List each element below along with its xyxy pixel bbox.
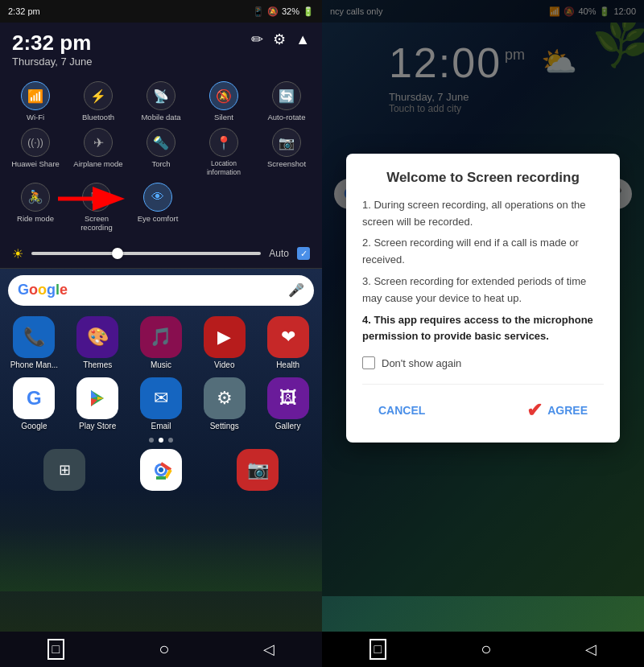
huaweishare-label: Huawei Share <box>11 159 60 168</box>
google-logo: Google <box>18 282 68 299</box>
dont-show-again-checkbox[interactable] <box>362 356 375 369</box>
dialog-box: Welcome to Screen recording 1. During sc… <box>346 154 620 443</box>
settings-app-icon: ⚙ <box>204 377 246 419</box>
music-label: Music <box>151 360 171 369</box>
bluetooth-label: Bluetooth <box>82 113 114 121</box>
dialog-overlay: Welcome to Screen recording 1. During sc… <box>322 0 644 596</box>
dialog-item-2: 2. Screen recording will end if a call i… <box>362 235 604 269</box>
mic-icon[interactable]: 🎤 <box>288 282 304 298</box>
toggle-screenshot[interactable]: 📷 Screenshot <box>259 128 314 175</box>
nav-bar-right: □ ○ ◁ <box>322 632 644 667</box>
dont-show-again-label: Don't show again <box>382 357 461 369</box>
themes-label: Themes <box>83 360 112 369</box>
nav-triangle-right[interactable]: ◁ <box>585 640 597 658</box>
app-health[interactable]: ❤ Health <box>261 316 316 369</box>
app-gallery[interactable]: 🖼 Gallery <box>261 377 316 430</box>
app-playstore[interactable]: Play Store <box>70 377 125 430</box>
svg-point-8 <box>159 467 163 472</box>
phoneman-label: Phone Man... <box>10 360 58 369</box>
google-search-bar[interactable]: Google 🎤 <box>8 275 314 306</box>
toggle-eyecomfort[interactable]: 👁 Eye comfort <box>130 183 185 233</box>
edit-icon[interactable]: ✏ <box>251 31 263 48</box>
app-music[interactable]: 🎵 Music <box>134 316 188 369</box>
toggle-huaweishare[interactable]: ((·)) Huawei Share <box>8 128 63 175</box>
screen-icon: 📱 <box>253 6 264 17</box>
toggle-airplanemode[interactable]: ✈ Airplane mode <box>71 128 126 175</box>
clock-time: 2:32 pm <box>12 31 92 56</box>
torch-label: Torch <box>151 159 170 168</box>
shade-icons[interactable]: ✏ ⚙ ▲ <box>251 31 310 48</box>
app-grid-row2: G Google Play Store ✉ Email <box>0 373 322 434</box>
silent-icon: 🔕 <box>209 81 238 110</box>
brightness-sun-icon: ☀ <box>12 246 23 261</box>
toggle-mobiledata[interactable]: 📡 Mobile data <box>134 81 188 121</box>
airplanemode-label: Airplane mode <box>73 159 122 168</box>
folder-icon: ⊞ <box>43 449 85 491</box>
brightness-row[interactable]: ☀ Auto ✓ <box>0 240 322 269</box>
autorotate-label: Auto-rotate <box>268 113 306 121</box>
quick-toggles: 📶 Wi-Fi ⚡ Bluetooth 📡 Mobile data 🔕 Sile… <box>0 74 322 240</box>
google-app-icon: G <box>13 377 55 419</box>
nav-square-left[interactable]: □ <box>47 639 65 660</box>
app-themes[interactable]: 🎨 Themes <box>70 316 125 369</box>
playstore-label: Play Store <box>79 422 116 430</box>
wifi-icon: 📶 <box>21 81 50 110</box>
nav-triangle-left[interactable]: ◁ <box>263 640 275 658</box>
toggle-wifi[interactable]: 📶 Wi-Fi <box>8 81 63 121</box>
screenshot-icon: 📷 <box>272 128 301 157</box>
cancel-button[interactable]: CANCEL <box>362 399 441 422</box>
brightness-slider[interactable] <box>31 252 261 255</box>
dialog-item-4: 4. This app requires access to the micro… <box>362 312 604 346</box>
email-label: Email <box>151 422 171 430</box>
toggle-autorotate[interactable]: 🔄 Auto-rotate <box>259 81 314 121</box>
phoneman-icon: 📞 <box>13 316 55 358</box>
camera-icon: 📷 <box>237 449 279 491</box>
sound-off-icon: 🔕 <box>267 6 279 17</box>
settings-label: Settings <box>210 422 239 430</box>
dock-camera[interactable]: 📷 <box>230 449 285 491</box>
ridemode-icon: 🚴 <box>21 183 50 212</box>
toggle-silent[interactable]: 🔕 Silent <box>196 81 251 121</box>
chrome-icon <box>140 449 182 491</box>
toggle-torch[interactable]: 🔦 Torch <box>134 128 188 175</box>
location-label: Location information <box>196 159 251 175</box>
dock-chrome[interactable] <box>134 449 188 491</box>
dock-row: ⊞ 📷 <box>0 446 322 494</box>
eyecomfort-label: Eye comfort <box>138 214 179 223</box>
app-email[interactable]: ✉ Email <box>134 377 188 430</box>
app-video[interactable]: ▶ Video <box>197 316 252 369</box>
brightness-thumb <box>112 248 123 259</box>
dock-folder[interactable]: ⊞ <box>37 449 92 491</box>
app-phoneman[interactable]: 📞 Phone Man... <box>6 316 61 369</box>
clock-date: Thursday, 7 June <box>12 56 92 68</box>
dot-1 <box>149 438 154 443</box>
silent-label: Silent <box>214 113 233 121</box>
dialog-item-3: 3. Screen recording for extended periods… <box>362 274 604 307</box>
brightness-check-icon[interactable]: ✓ <box>297 247 310 260</box>
agree-label: AGREE <box>547 404 588 417</box>
app-google[interactable]: G Google <box>6 377 61 430</box>
settings-icon[interactable]: ⚙ <box>273 31 286 48</box>
nav-circle-left[interactable]: ○ <box>159 639 169 660</box>
agree-button[interactable]: ✔ AGREE <box>510 394 604 426</box>
toggle-row-2: ((·)) Huawei Share ✈ Airplane mode 🔦 Tor… <box>0 125 322 179</box>
clock-row: 2:32 pm Thursday, 7 June ✏ ⚙ ▲ <box>12 31 310 74</box>
nav-square-right[interactable]: □ <box>369 639 387 660</box>
battery-icon-left: 🔋 <box>303 6 314 17</box>
nav-circle-right[interactable]: ○ <box>481 639 491 660</box>
home-screen-left: Google 🎤 📞 Phone Man... 🎨 Themes 🎵 Music… <box>0 269 322 632</box>
bluetooth-icon: ⚡ <box>84 81 113 110</box>
dialog-buttons: CANCEL ✔ AGREE <box>362 384 604 426</box>
gallery-icon: 🖼 <box>267 377 309 419</box>
huaweishare-icon: ((·)) <box>21 128 50 157</box>
ridemode-label: Ride mode <box>17 214 54 223</box>
dot-2 <box>159 438 163 443</box>
nav-bar-left: □ ○ ◁ <box>0 632 322 667</box>
dot-3 <box>168 438 173 443</box>
gallery-label: Gallery <box>275 422 301 430</box>
toggle-location[interactable]: 📍 Location information <box>196 128 251 175</box>
music-icon: 🎵 <box>140 316 182 358</box>
collapse-icon[interactable]: ▲ <box>295 31 310 48</box>
app-settings[interactable]: ⚙ Settings <box>197 377 252 430</box>
toggle-bluetooth[interactable]: ⚡ Bluetooth <box>71 81 126 121</box>
